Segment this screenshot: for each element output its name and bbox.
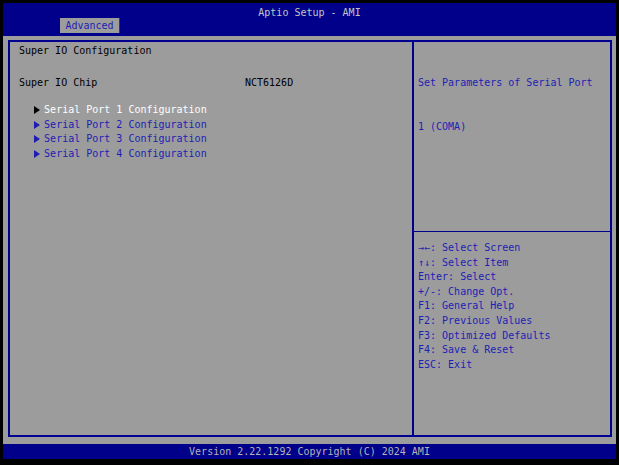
legend-esc-exit: ESC: Exit bbox=[418, 358, 614, 373]
field-value-super-io-chip: NCT6126D bbox=[245, 77, 293, 88]
section-title: Super IO Configuration bbox=[19, 45, 151, 57]
legend-optimized-defaults: F3: Optimized Defaults bbox=[418, 329, 614, 344]
help-line: 1 (COMA) bbox=[418, 120, 610, 135]
help-panel-divider bbox=[414, 231, 612, 232]
legend-change-opt: +/-: Change Opt. bbox=[418, 285, 614, 300]
submenu-arrow-icon bbox=[34, 150, 40, 158]
legend-previous-values: F2: Previous Values bbox=[418, 314, 614, 329]
legend-select-screen: →←: Select Screen bbox=[418, 241, 614, 256]
help-panel: Set Parameters of Serial Port 1 (COMA) bbox=[418, 47, 610, 163]
legend-general-help: F1: General Help bbox=[418, 299, 614, 314]
help-line: Set Parameters of Serial Port bbox=[418, 76, 610, 91]
app-title: Aptio Setup - AMI bbox=[3, 7, 616, 18]
menu-item-serial-port-3[interactable]: Serial Port 3 Configuration bbox=[10, 121, 207, 133]
menu-item-serial-port-1[interactable]: Serial Port 1 Configuration bbox=[10, 92, 207, 104]
menu-item-serial-port-4[interactable]: Serial Port 4 Configuration bbox=[10, 136, 207, 148]
panel-vertical-divider bbox=[412, 40, 414, 437]
menu-item-label: Serial Port 4 Configuration bbox=[44, 148, 207, 159]
version-text: Version 2.22.1292 Copyright (C) 2024 AMI bbox=[3, 444, 616, 459]
footer-bar: Version 2.22.1292 Copyright (C) 2024 AMI bbox=[3, 444, 616, 459]
legend-save-reset: F4: Save & Reset bbox=[418, 343, 614, 358]
legend-enter-select: Enter: Select bbox=[418, 270, 614, 285]
field-label-super-io-chip: Super IO Chip bbox=[19, 77, 97, 89]
menu-item-serial-port-2[interactable]: Serial Port 2 Configuration bbox=[10, 107, 207, 119]
header-band: Aptio Setup - AMI Advanced bbox=[3, 3, 616, 36]
legend-select-item: ↑↓: Select Item bbox=[418, 256, 614, 271]
key-legend: →←: Select Screen ↑↓: Select Item Enter:… bbox=[418, 241, 614, 372]
main-area: Super IO Configuration Super IO Chip NCT… bbox=[3, 36, 616, 444]
tab-advanced[interactable]: Advanced bbox=[60, 18, 120, 33]
